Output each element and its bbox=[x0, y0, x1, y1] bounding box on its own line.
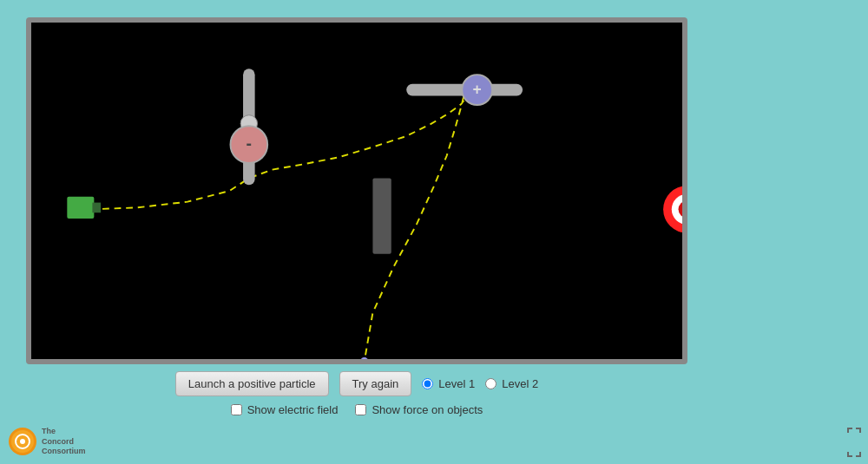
level2-group: Level 2 bbox=[485, 377, 538, 390]
simulation-svg: - + bbox=[31, 23, 682, 359]
controls-row1: Launch a positive particle Try again Lev… bbox=[175, 371, 538, 396]
concord-icon bbox=[9, 428, 36, 455]
projectile bbox=[360, 357, 369, 359]
concord-logo-svg bbox=[10, 429, 35, 454]
positive-charge-label: + bbox=[473, 81, 482, 98]
concord-text: The Concord Consortium bbox=[42, 427, 86, 457]
launcher-nozzle bbox=[92, 203, 101, 213]
trajectory-path bbox=[90, 96, 465, 359]
level1-group: Level 1 bbox=[422, 377, 475, 390]
controls-area: Launch a positive particle Try again Lev… bbox=[26, 371, 687, 416]
simulation-area: - + bbox=[26, 17, 687, 364]
level2-label: Level 2 bbox=[502, 377, 538, 390]
fullscreen-contract-row bbox=[847, 443, 861, 457]
level1-label: Level 1 bbox=[438, 377, 475, 390]
negative-charge-label: - bbox=[247, 134, 252, 153]
show-force-group: Show force on objects bbox=[355, 403, 483, 416]
show-electric-field-label: Show electric field bbox=[247, 403, 339, 416]
try-again-button[interactable]: Try again bbox=[339, 371, 412, 396]
contract-icon[interactable] bbox=[847, 443, 861, 457]
svg-point-2 bbox=[20, 439, 25, 444]
show-electric-field-checkbox[interactable] bbox=[231, 404, 242, 415]
fullscreen-expand-row bbox=[847, 428, 861, 441]
show-force-checkbox[interactable] bbox=[355, 404, 366, 415]
controls-row2: Show electric field Show force on object… bbox=[231, 403, 483, 416]
level1-radio[interactable] bbox=[422, 378, 433, 389]
concord-logo: The Concord Consortium bbox=[9, 427, 86, 457]
level2-radio[interactable] bbox=[485, 378, 496, 389]
launch-button[interactable]: Launch a positive particle bbox=[175, 371, 329, 396]
show-force-label: Show force on objects bbox=[372, 403, 483, 416]
launcher bbox=[67, 197, 94, 219]
fullscreen-icons bbox=[847, 428, 861, 457]
show-electric-field-group: Show electric field bbox=[231, 403, 339, 416]
expand-icon[interactable] bbox=[847, 428, 861, 441]
wall-obstacle bbox=[372, 178, 391, 253]
